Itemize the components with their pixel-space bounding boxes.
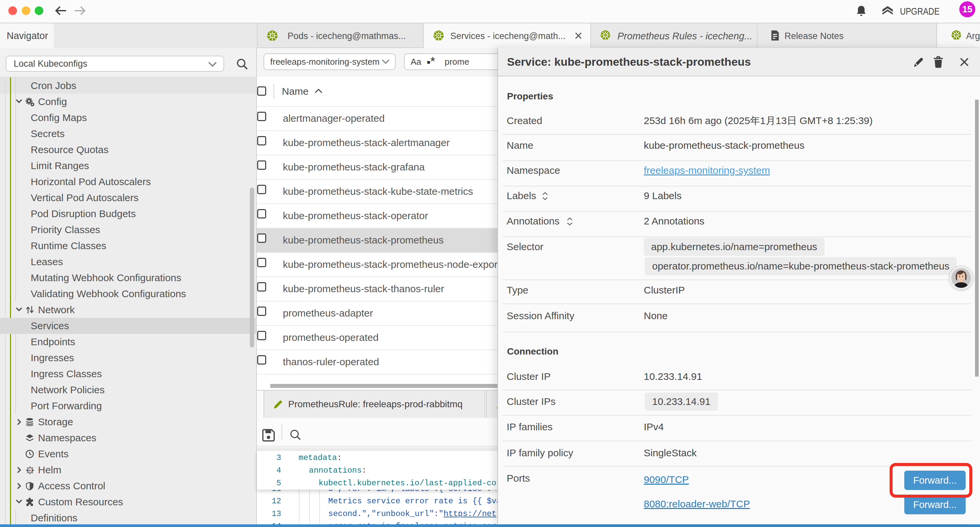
svg-text:HELM: HELM: [27, 469, 33, 471]
